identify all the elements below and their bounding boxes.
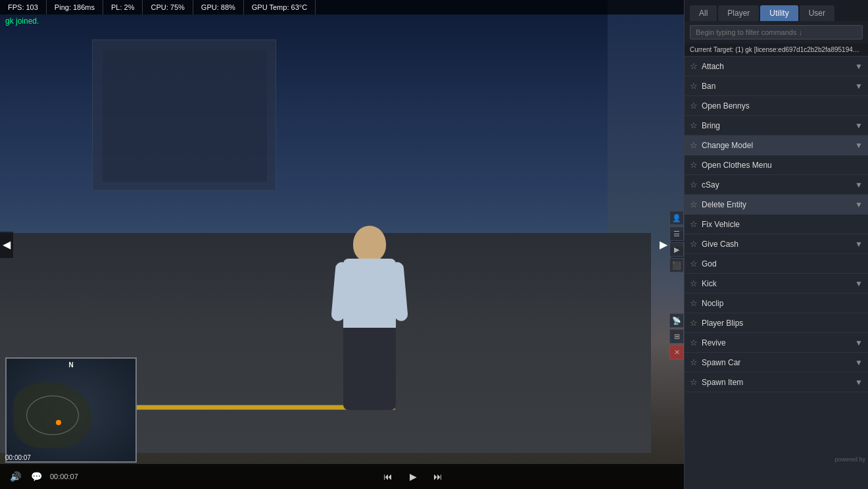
side-icon-list[interactable]: ☰ — [669, 226, 684, 241]
cmd-star-icon[interactable]: ☆ — [690, 81, 698, 91]
cmd-chevron-icon: ▼ — [855, 82, 863, 91]
command-filter-input[interactable] — [690, 25, 863, 39]
cmd-star-icon[interactable]: ☆ — [690, 338, 698, 347]
cmd-left-group: ☆Change Model — [690, 140, 753, 150]
cmd-star-icon[interactable]: ☆ — [690, 259, 698, 269]
command-item[interactable]: ☆Revive▼ — [685, 333, 868, 353]
tab-user[interactable]: User — [800, 5, 834, 21]
side-icon-broadcast[interactable]: 📡 — [669, 313, 684, 328]
gpu-temp-stat: GPU Temp: 63°C — [244, 0, 316, 14]
timer-left-display: 00:00:07 — [50, 473, 78, 480]
tab-player[interactable]: Player — [718, 5, 759, 21]
cmd-star-icon[interactable]: ☆ — [690, 298, 698, 308]
cmd-chevron-icon: ▼ — [855, 121, 863, 130]
command-item[interactable]: ☆Noclip — [685, 294, 868, 313]
cmd-star-icon[interactable]: ☆ — [690, 219, 698, 229]
building — [92, 39, 276, 191]
side-icon-arrow[interactable]: ▶ — [669, 242, 684, 257]
cmd-left-group: ☆Revive — [690, 338, 726, 347]
cmd-left-group: ☆Open Bennys — [690, 101, 750, 111]
command-item[interactable]: ☆Spawn Item▼ — [685, 373, 868, 392]
cmd-left-group: ☆Noclip — [690, 298, 723, 308]
command-item[interactable]: ☆Change Model▼ — [685, 136, 868, 155]
tab-utility[interactable]: Utility — [760, 5, 798, 21]
command-list[interactable]: ☆Attach▼☆Ban▼☆Open Bennys☆Bring▼☆Change … — [685, 57, 868, 489]
cmd-star-icon[interactable]: ☆ — [690, 239, 698, 249]
command-item[interactable]: ☆Attach▼ — [685, 57, 868, 76]
nav-left-button[interactable]: ◀ — [0, 232, 13, 258]
cmd-star-icon[interactable]: ☆ — [690, 120, 698, 130]
command-item[interactable]: ☆cSay▼ — [685, 175, 868, 195]
side-icon-x[interactable]: ✕ — [669, 345, 684, 359]
cmd-label-text: Noclip — [702, 299, 723, 308]
cmd-left-group: ☆Give Cash — [690, 239, 738, 249]
cmd-chevron-icon: ▼ — [855, 141, 863, 150]
cmd-left-group: ☆Spawn Car — [690, 357, 740, 367]
command-item[interactable]: ☆God — [685, 254, 868, 274]
cmd-label-text: Spawn Item — [702, 378, 743, 387]
cmd-left-group: ☆Spawn Item — [690, 377, 743, 387]
cmd-chevron-icon: ▼ — [855, 358, 863, 367]
cmd-left-group: ☆Attach — [690, 61, 724, 71]
cmd-star-icon[interactable]: ☆ — [690, 318, 698, 328]
cmd-left-group: ☆Delete Entity — [690, 199, 746, 209]
minimap-compass: N — [68, 361, 73, 369]
cmd-star-icon[interactable]: ☆ — [690, 101, 698, 111]
watermark: powered by — [834, 456, 865, 463]
command-panel: AllPlayerUtilityUser Current Target: (1)… — [684, 0, 868, 489]
minimap-roads — [26, 396, 79, 435]
cmd-label-text: Player Blips — [702, 319, 743, 328]
cmd-star-icon[interactable]: ☆ — [690, 160, 698, 170]
cmd-label-text: Spawn Car — [702, 358, 740, 367]
tab-all[interactable]: All — [690, 5, 717, 21]
char-head — [353, 226, 386, 262]
cmd-star-icon[interactable]: ☆ — [690, 61, 698, 71]
prev-icon[interactable]: ⏮ — [381, 469, 395, 484]
pl-stat: PL: 2% — [103, 0, 143, 14]
command-item[interactable]: ☆Open Clothes Menu — [685, 155, 868, 175]
command-item[interactable]: ☆Open Bennys — [685, 96, 868, 116]
next-icon[interactable]: ⏭ — [431, 469, 445, 484]
command-item[interactable]: ☆Kick▼ — [685, 274, 868, 294]
minimap-player-dot — [56, 420, 61, 425]
side-icons-panel: 👤 ☰ ▶ ⬛ 📡 ⊞ ✕ — [669, 211, 684, 359]
cmd-label-text: Delete Entity — [702, 200, 746, 209]
cmd-chevron-icon: ▼ — [855, 378, 863, 387]
side-icon-square[interactable]: ⬛ — [669, 258, 684, 272]
command-item[interactable]: ☆Give Cash▼ — [685, 234, 868, 254]
play-icon[interactable]: ▶ — [406, 469, 420, 484]
command-item[interactable]: ☆Delete Entity▼ — [685, 195, 868, 215]
gpu-stat: GPU: 88% — [193, 0, 244, 14]
cmd-chevron-icon: ▼ — [855, 62, 863, 71]
cmd-label-text: Ban — [702, 82, 715, 91]
command-item[interactable]: ☆Player Blips — [685, 313, 868, 333]
cmd-chevron-icon: ▼ — [855, 279, 863, 288]
cmd-chevron-icon: ▼ — [855, 180, 863, 190]
cmd-chevron-icon: ▼ — [855, 240, 863, 249]
cpu-stat: CPU: 75% — [143, 0, 193, 14]
cmd-label-text: cSay — [702, 180, 719, 190]
cmd-star-icon[interactable]: ☆ — [690, 357, 698, 367]
cmd-star-icon[interactable]: ☆ — [690, 199, 698, 209]
side-icon-person[interactable]: 👤 — [669, 211, 684, 225]
cmd-star-icon[interactable]: ☆ — [690, 180, 698, 190]
filter-section — [685, 21, 868, 43]
command-item[interactable]: ☆Ban▼ — [685, 76, 868, 96]
tab-bar: AllPlayerUtilityUser — [685, 0, 868, 21]
bottom-center-controls: ⏮ ▶ ⏭ — [381, 469, 445, 484]
command-item[interactable]: ☆Spawn Car▼ — [685, 353, 868, 373]
command-item[interactable]: ☆Fix Vehicle — [685, 215, 868, 234]
audio-icon[interactable]: 🔊 — [8, 469, 22, 484]
cmd-star-icon[interactable]: ☆ — [690, 140, 698, 150]
cmd-left-group: ☆Open Clothes Menu — [690, 160, 772, 170]
chat-icon[interactable]: 💬 — [29, 469, 43, 484]
cmd-star-icon[interactable]: ☆ — [690, 278, 698, 288]
command-item[interactable]: ☆Bring▼ — [685, 116, 868, 136]
cmd-left-group: ☆Player Blips — [690, 318, 743, 328]
cmd-left-group: ☆Ban — [690, 81, 715, 91]
cmd-star-icon[interactable]: ☆ — [690, 377, 698, 387]
cmd-label-text: Give Cash — [702, 240, 738, 249]
cmd-label-text: Bring — [702, 121, 720, 130]
side-icon-grid[interactable]: ⊞ — [669, 329, 684, 344]
minimap-timer-left: 00:00:07 — [5, 454, 31, 461]
